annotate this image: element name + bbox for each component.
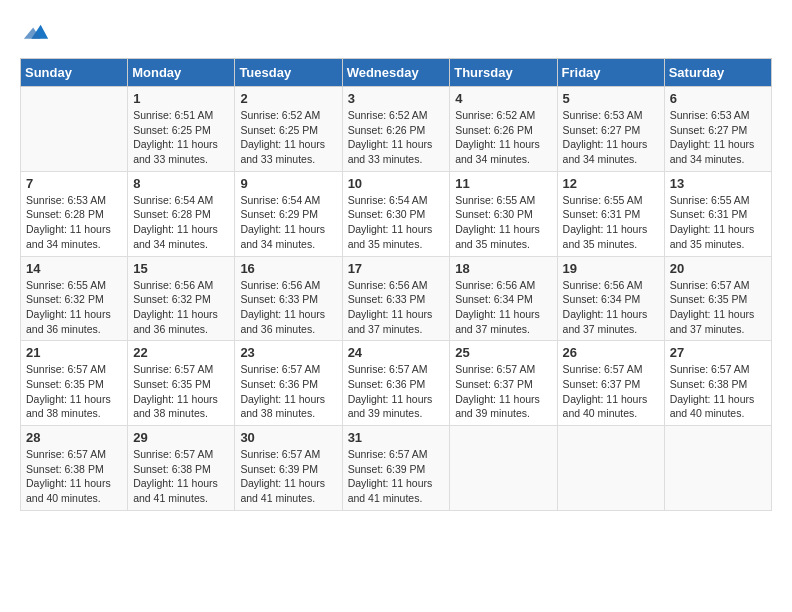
cell-info: Sunrise: 6:56 AMSunset: 6:34 PMDaylight:… [563,278,659,337]
sunset-text: Sunset: 6:28 PM [133,208,211,220]
sunrise-text: Sunrise: 6:52 AM [455,109,535,121]
daylight-text: Daylight: 11 hours and 40 minutes. [26,477,111,504]
day-number: 13 [670,176,766,191]
cell-info: Sunrise: 6:53 AMSunset: 6:27 PMDaylight:… [563,108,659,167]
day-number: 24 [348,345,445,360]
sunset-text: Sunset: 6:27 PM [670,124,748,136]
calendar-week-2: 7Sunrise: 6:53 AMSunset: 6:28 PMDaylight… [21,171,772,256]
day-number: 6 [670,91,766,106]
calendar-header: SundayMondayTuesdayWednesdayThursdayFrid… [21,59,772,87]
calendar-week-1: 1Sunrise: 6:51 AMSunset: 6:25 PMDaylight… [21,87,772,172]
sunrise-text: Sunrise: 6:57 AM [26,448,106,460]
daylight-text: Daylight: 11 hours and 37 minutes. [348,308,433,335]
sunrise-text: Sunrise: 6:55 AM [563,194,643,206]
sunset-text: Sunset: 6:31 PM [563,208,641,220]
logo [20,20,50,48]
cell-info: Sunrise: 6:57 AMSunset: 6:35 PMDaylight:… [133,362,229,421]
cell-info: Sunrise: 6:55 AMSunset: 6:32 PMDaylight:… [26,278,122,337]
calendar-cell: 14Sunrise: 6:55 AMSunset: 6:32 PMDayligh… [21,256,128,341]
day-number: 16 [240,261,336,276]
day-number: 5 [563,91,659,106]
daylight-text: Daylight: 11 hours and 33 minutes. [348,138,433,165]
daylight-text: Daylight: 11 hours and 34 minutes. [240,223,325,250]
calendar-cell: 11Sunrise: 6:55 AMSunset: 6:30 PMDayligh… [450,171,557,256]
sunrise-text: Sunrise: 6:57 AM [670,363,750,375]
calendar-cell: 23Sunrise: 6:57 AMSunset: 6:36 PMDayligh… [235,341,342,426]
day-number: 21 [26,345,122,360]
sunset-text: Sunset: 6:39 PM [240,463,318,475]
sunrise-text: Sunrise: 6:53 AM [670,109,750,121]
daylight-text: Daylight: 11 hours and 35 minutes. [348,223,433,250]
calendar-cell: 3Sunrise: 6:52 AMSunset: 6:26 PMDaylight… [342,87,450,172]
sunrise-text: Sunrise: 6:52 AM [240,109,320,121]
day-number: 18 [455,261,551,276]
sunrise-text: Sunrise: 6:57 AM [563,363,643,375]
cell-info: Sunrise: 6:52 AMSunset: 6:26 PMDaylight:… [348,108,445,167]
day-header-tuesday: Tuesday [235,59,342,87]
day-number: 7 [26,176,122,191]
sunset-text: Sunset: 6:30 PM [348,208,426,220]
calendar-cell: 2Sunrise: 6:52 AMSunset: 6:25 PMDaylight… [235,87,342,172]
daylight-text: Daylight: 11 hours and 37 minutes. [670,308,755,335]
daylight-text: Daylight: 11 hours and 35 minutes. [455,223,540,250]
daylight-text: Daylight: 11 hours and 34 minutes. [563,138,648,165]
day-number: 15 [133,261,229,276]
sunrise-text: Sunrise: 6:56 AM [133,279,213,291]
sunrise-text: Sunrise: 6:55 AM [670,194,750,206]
day-header-saturday: Saturday [664,59,771,87]
sunrise-text: Sunrise: 6:55 AM [26,279,106,291]
sunrise-text: Sunrise: 6:52 AM [348,109,428,121]
sunset-text: Sunset: 6:31 PM [670,208,748,220]
cell-info: Sunrise: 6:54 AMSunset: 6:28 PMDaylight:… [133,193,229,252]
sunrise-text: Sunrise: 6:57 AM [26,363,106,375]
sunset-text: Sunset: 6:34 PM [563,293,641,305]
day-number: 23 [240,345,336,360]
cell-info: Sunrise: 6:52 AMSunset: 6:25 PMDaylight:… [240,108,336,167]
daylight-text: Daylight: 11 hours and 38 minutes. [240,393,325,420]
sunset-text: Sunset: 6:36 PM [240,378,318,390]
sunset-text: Sunset: 6:28 PM [26,208,104,220]
daylight-text: Daylight: 11 hours and 36 minutes. [133,308,218,335]
cell-info: Sunrise: 6:55 AMSunset: 6:31 PMDaylight:… [563,193,659,252]
daylight-text: Daylight: 11 hours and 35 minutes. [670,223,755,250]
sunrise-text: Sunrise: 6:56 AM [348,279,428,291]
page-header [20,20,772,48]
sunset-text: Sunset: 6:33 PM [348,293,426,305]
daylight-text: Daylight: 11 hours and 33 minutes. [240,138,325,165]
sunrise-text: Sunrise: 6:56 AM [563,279,643,291]
sunrise-text: Sunrise: 6:57 AM [670,279,750,291]
calendar-cell: 21Sunrise: 6:57 AMSunset: 6:35 PMDayligh… [21,341,128,426]
calendar-week-4: 21Sunrise: 6:57 AMSunset: 6:35 PMDayligh… [21,341,772,426]
sunset-text: Sunset: 6:26 PM [348,124,426,136]
daylight-text: Daylight: 11 hours and 38 minutes. [26,393,111,420]
day-header-friday: Friday [557,59,664,87]
day-number: 2 [240,91,336,106]
day-number: 17 [348,261,445,276]
sunset-text: Sunset: 6:36 PM [348,378,426,390]
sunset-text: Sunset: 6:27 PM [563,124,641,136]
sunrise-text: Sunrise: 6:57 AM [133,363,213,375]
cell-info: Sunrise: 6:54 AMSunset: 6:29 PMDaylight:… [240,193,336,252]
daylight-text: Daylight: 11 hours and 41 minutes. [348,477,433,504]
daylight-text: Daylight: 11 hours and 36 minutes. [26,308,111,335]
calendar-cell: 17Sunrise: 6:56 AMSunset: 6:33 PMDayligh… [342,256,450,341]
sunset-text: Sunset: 6:26 PM [455,124,533,136]
day-number: 28 [26,430,122,445]
daylight-text: Daylight: 11 hours and 39 minutes. [455,393,540,420]
day-number: 4 [455,91,551,106]
daylight-text: Daylight: 11 hours and 41 minutes. [240,477,325,504]
calendar-cell: 5Sunrise: 6:53 AMSunset: 6:27 PMDaylight… [557,87,664,172]
cell-info: Sunrise: 6:57 AMSunset: 6:38 PMDaylight:… [26,447,122,506]
cell-info: Sunrise: 6:57 AMSunset: 6:39 PMDaylight:… [240,447,336,506]
sunrise-text: Sunrise: 6:57 AM [455,363,535,375]
day-number: 27 [670,345,766,360]
sunrise-text: Sunrise: 6:51 AM [133,109,213,121]
sunset-text: Sunset: 6:25 PM [240,124,318,136]
calendar-cell: 6Sunrise: 6:53 AMSunset: 6:27 PMDaylight… [664,87,771,172]
day-number: 19 [563,261,659,276]
daylight-text: Daylight: 11 hours and 40 minutes. [563,393,648,420]
calendar-cell [21,87,128,172]
sunrise-text: Sunrise: 6:55 AM [455,194,535,206]
day-number: 26 [563,345,659,360]
sunset-text: Sunset: 6:37 PM [455,378,533,390]
